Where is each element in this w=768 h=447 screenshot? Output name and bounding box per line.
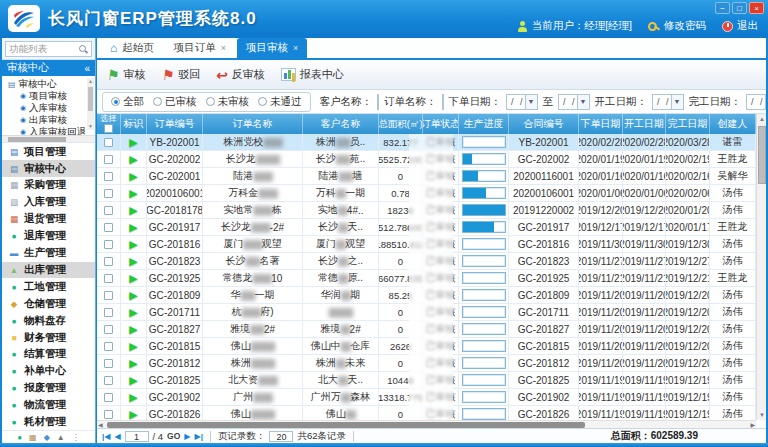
order-name-input[interactable] xyxy=(442,94,444,110)
tree-root-audit-center[interactable]: ▤ 审核中心 xyxy=(6,78,95,90)
row-checkbox[interactable] xyxy=(104,325,113,334)
row-checkbox[interactable] xyxy=(104,410,113,419)
column-area[interactable]: 总面积(㎡) xyxy=(379,114,423,134)
first-page-button[interactable]: |◀ xyxy=(102,432,110,441)
grid-horizontal-scrollbar[interactable]: ◀ ▶ xyxy=(97,420,756,428)
logout-button[interactable]: 退出 xyxy=(722,19,758,33)
row-checkbox[interactable] xyxy=(104,240,113,249)
select-all-checkbox[interactable] xyxy=(104,124,113,133)
column-finish-date[interactable]: 完工日期 xyxy=(666,114,710,134)
radio-circle-icon[interactable] xyxy=(258,97,267,106)
row-checkbox[interactable] xyxy=(104,274,113,283)
sidebar-module-item[interactable]: ● 结算管理 xyxy=(2,346,95,363)
page-size-input[interactable]: 20 xyxy=(269,431,293,442)
tree-hscroll-thumb[interactable] xyxy=(8,137,66,142)
tab-project-orders[interactable]: 项目订单 × xyxy=(165,38,235,58)
status-radio[interactable]: 已审核 xyxy=(153,95,197,109)
column-status[interactable]: 订单状态 xyxy=(423,114,459,134)
sidebar-module-item[interactable]: ● 物料盘存 xyxy=(2,312,95,329)
customer-name-input[interactable] xyxy=(377,94,379,110)
radio-circle-icon[interactable] xyxy=(153,97,162,106)
column-order-date[interactable]: 下单日期 xyxy=(579,114,623,134)
column-creator[interactable]: 创建人 xyxy=(710,114,756,134)
tree-vertical-scrollbar[interactable]: ▲ ▼ xyxy=(87,78,94,130)
minimize-button[interactable]: − xyxy=(715,2,730,14)
column-order-no[interactable]: 订单编号 xyxy=(147,114,203,134)
row-checkbox[interactable] xyxy=(104,359,113,368)
row-checkbox[interactable] xyxy=(104,223,113,232)
status-radio[interactable]: 未审核 xyxy=(206,95,250,109)
tab-project-audit[interactable]: 项目审核 × xyxy=(237,38,307,58)
scroll-down-icon[interactable]: ▼ xyxy=(87,123,94,130)
order-date-to-picker[interactable]: / / ▼ xyxy=(558,94,590,110)
row-checkbox[interactable] xyxy=(104,342,113,351)
column-progress[interactable]: 生产进度 xyxy=(459,114,509,134)
column-order-name[interactable]: 订单名称 xyxy=(203,114,303,134)
finish-date-picker[interactable]: / / ▼ xyxy=(746,94,766,110)
close-button[interactable]: × xyxy=(749,2,764,14)
search-icon[interactable] xyxy=(79,45,88,54)
status-radio[interactable]: 全部 xyxy=(111,95,144,109)
report-center-button[interactable]: 报表中心 xyxy=(281,67,344,82)
status-radio[interactable]: 未通过 xyxy=(258,95,302,109)
go-button[interactable]: GO xyxy=(167,431,180,441)
row-checkbox[interactable] xyxy=(104,172,113,181)
next-page-button[interactable]: ▶ xyxy=(184,432,190,441)
chevron-down-icon[interactable]: ▼ xyxy=(765,95,766,109)
change-password-button[interactable]: 修改密码 xyxy=(648,19,706,33)
audit-button[interactable]: ⚑ 审核 xyxy=(107,67,146,82)
sidebar-module-item[interactable]: ▦ 退货管理 xyxy=(2,211,95,228)
column-start-date[interactable]: 开工日期 xyxy=(623,114,666,134)
start-date-picker[interactable]: / / ▼ xyxy=(652,94,684,110)
tree-item[interactable]: ◉ 出库审核 xyxy=(6,114,95,126)
radio-circle-icon[interactable] xyxy=(111,97,120,106)
tree-horizontal-scrollbar[interactable] xyxy=(2,135,95,142)
sidebar-module-item[interactable]: ▦ 采购管理 xyxy=(2,177,95,194)
page-number-input[interactable]: 1 xyxy=(125,431,149,442)
row-checkbox[interactable] xyxy=(104,189,113,198)
row-checkbox[interactable] xyxy=(104,257,113,266)
bottom-toolbar-icon[interactable]: ▲ xyxy=(57,433,65,442)
tree-item[interactable]: ◉ 项目审核 xyxy=(6,90,95,102)
tree-scroll-thumb[interactable] xyxy=(88,87,93,111)
sidebar-module-item[interactable]: ● 补单中心 xyxy=(2,363,95,380)
bottom-toolbar-icon[interactable]: ▦ xyxy=(29,433,37,442)
tree-item[interactable]: ◉ 入库审核 xyxy=(6,102,95,114)
chevron-down-icon[interactable]: ▼ xyxy=(577,95,589,109)
last-page-button[interactable]: ▶| xyxy=(195,432,203,441)
bottom-toolbar-icon[interactable]: ⋮ xyxy=(72,433,80,442)
sidebar-module-item[interactable]: ▨ 入库管理 xyxy=(2,194,95,211)
order-date-from-picker[interactable]: / / ▼ xyxy=(506,94,538,110)
sidebar-module-item[interactable]: ◆ 仓储管理 xyxy=(2,295,95,312)
unaudit-button[interactable]: ↩ 反审核 xyxy=(216,67,265,82)
row-checkbox[interactable] xyxy=(104,155,113,164)
bottom-toolbar-icon[interactable]: ◆ xyxy=(44,433,50,442)
tree-item[interactable]: ◉ 入库审核回退 xyxy=(6,126,95,135)
column-flag[interactable]: 标识 xyxy=(121,114,147,134)
sidebar-module-item[interactable]: ● 退库管理 xyxy=(2,228,95,245)
reject-button[interactable]: ⚑ 驳回 xyxy=(162,67,201,82)
prev-page-button[interactable]: ◀ xyxy=(114,432,120,441)
sidebar-module-item[interactable]: ● 物流管理 xyxy=(2,397,95,414)
column-contract[interactable]: 合同编号 xyxy=(509,114,579,134)
sidebar-module-item[interactable]: ● 耗材管理 xyxy=(2,414,95,431)
row-checkbox[interactable] xyxy=(104,393,113,402)
function-search-input[interactable]: 功能列表 xyxy=(5,41,92,57)
sidebar-module-item[interactable]: ▲ 出库管理 xyxy=(2,262,95,279)
collapse-icon[interactable]: « xyxy=(84,63,90,74)
sidebar-module-item[interactable]: ▬ 生产管理 xyxy=(2,245,95,262)
sidebar-module-item[interactable]: ● 工地管理 xyxy=(2,278,95,295)
chevron-down-icon[interactable]: ▼ xyxy=(525,95,537,109)
scroll-up-icon[interactable]: ▲ xyxy=(757,114,766,124)
tab-start-page[interactable]: ⌂ 起始页 xyxy=(101,38,163,58)
sidebar-module-item[interactable]: ▤ 项目管理 xyxy=(2,143,95,160)
grid-vscroll-thumb[interactable] xyxy=(758,126,766,184)
sidebar-module-item[interactable]: ● 报废管理 xyxy=(2,380,95,397)
row-checkbox[interactable] xyxy=(104,308,113,317)
maximize-button[interactable]: □ xyxy=(732,2,747,14)
chevron-down-icon[interactable]: ▼ xyxy=(671,95,683,109)
tab-close-icon[interactable]: × xyxy=(293,43,298,53)
radio-circle-icon[interactable] xyxy=(206,97,215,106)
sidebar-panel-header[interactable]: 审核中心 « xyxy=(2,60,95,76)
row-checkbox[interactable] xyxy=(104,376,113,385)
